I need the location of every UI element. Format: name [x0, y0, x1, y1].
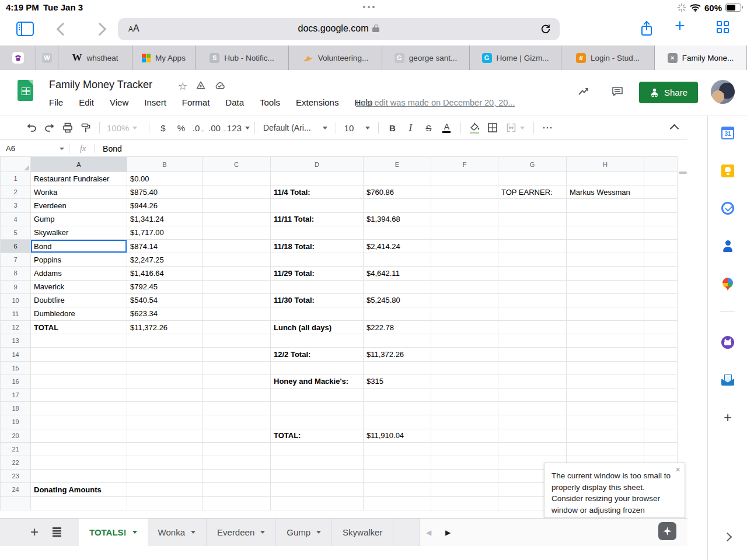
menu-data[interactable]: Data — [225, 97, 244, 107]
cell-D23[interactable] — [271, 470, 364, 483]
col-header-G[interactable]: G — [498, 157, 567, 172]
cell-C16[interactable] — [203, 374, 271, 388]
cell-B20[interactable] — [127, 429, 203, 442]
menu-edit[interactable]: Edit — [79, 97, 94, 107]
merge-cells-button[interactable] — [502, 120, 529, 135]
cell-I21[interactable] — [644, 442, 678, 456]
cell-H4[interactable] — [567, 212, 644, 226]
more-formats-button[interactable]: 123 — [227, 120, 250, 135]
row-header-17[interactable]: 17 — [1, 388, 31, 402]
cell-H2[interactable]: Markus Wessman — [567, 186, 644, 199]
undo-button[interactable] — [22, 120, 40, 135]
cell-B23[interactable] — [127, 470, 203, 483]
cell-A5[interactable]: Skywalker — [31, 226, 127, 239]
row-header-12[interactable]: 12 — [1, 321, 31, 334]
document-title[interactable]: Family Money Tracker — [49, 79, 152, 91]
cell-E9[interactable] — [364, 280, 431, 293]
row-header-7[interactable]: 7 — [1, 253, 31, 267]
col-header-F[interactable]: F — [431, 157, 498, 172]
cell-B4[interactable]: $1,341.24 — [127, 212, 203, 226]
row-header-18[interactable]: 18 — [1, 402, 31, 415]
row-header-19[interactable]: 19 — [1, 415, 31, 429]
cell-A14[interactable] — [31, 348, 127, 361]
cell-E18[interactable] — [364, 402, 431, 415]
cell-I5[interactable] — [644, 226, 678, 239]
browser-tab-volunteering[interactable]: Volunteering... — [289, 46, 382, 70]
cell-E21[interactable] — [364, 442, 431, 456]
cell-D25[interactable] — [271, 496, 364, 510]
cell-H6[interactable] — [567, 239, 644, 253]
forward-button[interactable] — [93, 23, 107, 36]
cell-E22[interactable] — [364, 456, 431, 469]
cell-C21[interactable] — [203, 442, 271, 456]
cell-B21[interactable] — [127, 442, 203, 456]
calendar-icon[interactable]: 31 — [721, 127, 734, 139]
browser-tab-whstheat[interactable]: Wwhstheat — [58, 46, 132, 70]
star-icon[interactable]: ☆ — [178, 80, 187, 93]
cell-G18[interactable] — [498, 402, 567, 415]
cell-I15[interactable] — [644, 361, 678, 374]
cell-G9[interactable] — [498, 280, 567, 293]
cell-A25[interactable] — [31, 496, 127, 510]
cell-I20[interactable] — [644, 429, 678, 442]
cell-F6[interactable] — [431, 239, 498, 253]
row-header-16[interactable]: 16 — [1, 374, 31, 388]
row-header-13[interactable]: 13 — [1, 334, 31, 348]
cell-E2[interactable]: $760.86 — [364, 186, 431, 199]
menu-extensions[interactable]: Extensions — [296, 97, 338, 107]
cell-B11[interactable]: $623.34 — [127, 307, 203, 320]
cell-E20[interactable]: $11,910.04 — [364, 429, 431, 442]
cell-G15[interactable] — [498, 361, 567, 374]
cell-C12[interactable] — [203, 321, 271, 334]
cell-A18[interactable] — [31, 402, 127, 415]
browser-tab-login-stud[interactable]: ilLogin - Stud... — [561, 46, 655, 70]
col-header-A[interactable]: A — [31, 157, 127, 172]
font-select[interactable]: Default (Ari... — [260, 120, 331, 135]
sidebar-toggle-icon[interactable] — [16, 22, 34, 36]
row-header-15[interactable]: 15 — [1, 361, 31, 374]
italic-button[interactable]: I — [402, 120, 420, 135]
cell-B14[interactable] — [127, 348, 203, 361]
cell-F22[interactable] — [431, 456, 498, 469]
cell-H17[interactable] — [567, 388, 644, 402]
cell-H15[interactable] — [567, 361, 644, 374]
cell-B17[interactable] — [127, 388, 203, 402]
cell-A3[interactable]: Everdeen — [31, 199, 127, 212]
cell-D10[interactable]: 11/30 Total: — [271, 293, 364, 307]
cell-D18[interactable] — [271, 402, 364, 415]
comments-icon[interactable] — [612, 86, 623, 99]
cell-C24[interactable] — [203, 483, 271, 496]
cell-C4[interactable] — [203, 212, 271, 226]
cell-G3[interactable] — [498, 199, 567, 212]
menu-view[interactable]: View — [110, 97, 128, 107]
tasks-icon[interactable] — [721, 202, 734, 215]
row-header-10[interactable]: 10 — [1, 293, 31, 307]
cell-F18[interactable] — [431, 402, 498, 415]
cell-I18[interactable] — [644, 402, 678, 415]
cell-E12[interactable]: $222.78 — [364, 321, 431, 334]
cell-C11[interactable] — [203, 307, 271, 320]
cell-A12[interactable]: TOTAL — [31, 321, 127, 334]
cell-E10[interactable]: $5,245.80 — [364, 293, 431, 307]
cell-C1[interactable] — [203, 172, 271, 186]
more-toolbar-button[interactable]: ⋯ — [539, 120, 557, 135]
cell-B12[interactable]: $11,372.26 — [127, 321, 203, 334]
cell-F15[interactable] — [431, 361, 498, 374]
cell-C18[interactable] — [203, 402, 271, 415]
cell-G10[interactable] — [498, 293, 567, 307]
cell-H20[interactable] — [567, 429, 644, 442]
scroll-sheets-right-icon[interactable]: ▶ — [445, 528, 451, 537]
menu-insert[interactable]: Insert — [144, 97, 166, 107]
cell-G13[interactable] — [498, 334, 567, 348]
cell-C7[interactable] — [203, 253, 271, 267]
cell-E23[interactable] — [364, 470, 431, 483]
font-size-select[interactable]: 10 — [341, 120, 374, 135]
menu-format[interactable]: Format — [182, 97, 210, 107]
row-header-3[interactable]: 3 — [1, 199, 31, 212]
cell-F7[interactable] — [431, 253, 498, 267]
cell-E6[interactable]: $2,414.24 — [364, 239, 431, 253]
text-color-button[interactable]: A — [438, 120, 456, 135]
sheet-tab-totals[interactable]: TOTALS! — [79, 519, 148, 546]
cell-F8[interactable] — [431, 267, 498, 280]
browser-tab-home-gizm[interactable]: GHome | Gizm... — [470, 46, 561, 70]
